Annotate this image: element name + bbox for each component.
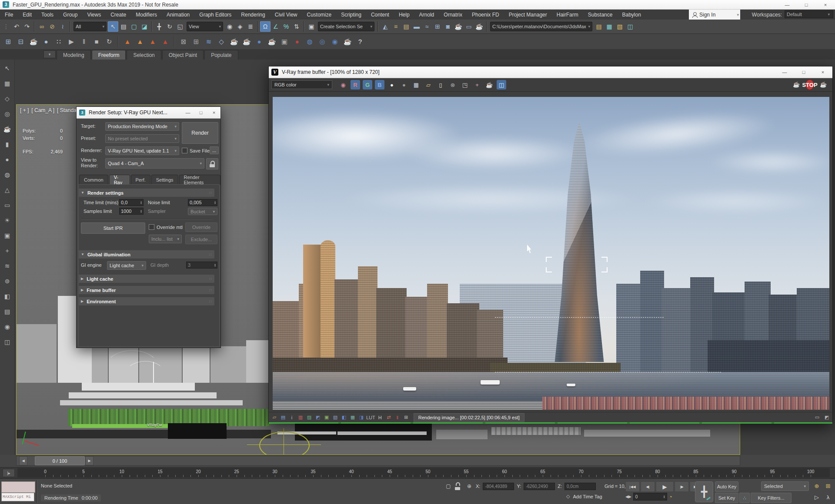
vray-denoiser-icon[interactable]: ◍▾ xyxy=(304,36,315,47)
menu-item[interactable]: Graph Editors xyxy=(194,10,236,20)
lut-icon[interactable]: LUT xyxy=(366,414,375,421)
snapshot-icon[interactable]: ⊟▾ xyxy=(15,36,27,47)
selection-region-icon[interactable]: ▢ xyxy=(444,482,452,490)
key-filter-icon[interactable]: ∴ xyxy=(739,493,750,503)
save-image-icon[interactable]: ▦ xyxy=(411,80,421,90)
menu-item[interactable]: Rendering xyxy=(236,10,270,20)
fov-icon[interactable]: ▷ xyxy=(812,492,822,502)
x-coordinate-field[interactable]: -804,49389 xyxy=(483,483,514,490)
frame-steppers-icon[interactable]: ◀▶ xyxy=(625,494,631,499)
collapsed-rollout[interactable]: ▶Environment ∷ xyxy=(78,297,214,305)
menu-item[interactable]: File xyxy=(0,10,18,20)
camera-icon[interactable]: ▣ xyxy=(2,230,13,241)
gi-engine-dropdown[interactable]: Light cache▾ xyxy=(107,261,146,270)
y-coordinate-field[interactable]: -6260,2490 xyxy=(524,483,555,490)
renderer-dropdown[interactable]: V-Ray GPU Next, update 1.1▾ xyxy=(105,146,179,155)
maxscript-listener-field[interactable]: MAXScript Mi xyxy=(1,493,34,501)
maximize-button[interactable]: □ xyxy=(797,0,816,9)
time-configuration-icon[interactable]: ◔ xyxy=(669,494,672,500)
torus-icon[interactable]: ◎ xyxy=(2,109,13,119)
ipr-render-icon[interactable]: ☕ xyxy=(484,80,494,90)
view-to-render-dropdown[interactable]: Quad 4 - Cam_A▾ xyxy=(105,158,204,169)
compare-horizontal-icon[interactable]: ⇄ xyxy=(385,414,393,421)
menu-item[interactable]: Customize xyxy=(302,10,337,20)
minimize-button[interactable]: — xyxy=(775,66,794,78)
menu-item[interactable]: Content xyxy=(366,10,394,20)
ribbon-tab[interactable]: Populate xyxy=(204,50,238,60)
spinner-snap-icon[interactable]: ⇅▾ xyxy=(291,21,302,32)
rendered-frame-window-icon[interactable]: ▭▾ xyxy=(464,21,474,32)
gi-depth-field[interactable]: 3 ▴▾ xyxy=(186,262,217,269)
load-image-icon[interactable]: ▱ xyxy=(424,80,433,90)
render-setup-titlebar[interactable]: 3 Render Setup: V-Ray GPU Next... — □ × xyxy=(77,107,220,119)
menu-item[interactable]: Edit xyxy=(18,10,37,20)
ribbon-tab[interactable]: Object Paint xyxy=(162,50,204,60)
pixel-grid-icon[interactable]: ⊞ xyxy=(402,414,410,421)
sampler-dropdown[interactable]: Bucket▾ xyxy=(188,208,217,215)
ribbon-collapse-icon[interactable]: ▾ xyxy=(43,50,56,58)
menu-item[interactable]: Substance xyxy=(583,10,618,20)
snaps-toggle-icon[interactable]: Ω▾ xyxy=(260,21,271,32)
white-balance-icon[interactable]: ▦ xyxy=(349,414,357,421)
zoom-icon[interactable]: ⊕ xyxy=(812,481,822,491)
menu-item[interactable]: Babylon xyxy=(617,10,645,20)
checkbox[interactable] xyxy=(149,224,154,230)
plane-icon[interactable]: ▣▾ xyxy=(279,36,290,47)
layer-manager-icon[interactable]: ▤▾ xyxy=(401,21,411,32)
phoenix-fire-icon[interactable]: ▲▾ xyxy=(122,36,133,47)
plane-primitive-icon[interactable]: ▭ xyxy=(2,200,13,210)
green-channel-icon[interactable]: G xyxy=(363,80,372,90)
mono-channel-icon[interactable]: ● xyxy=(387,80,397,90)
select-tool-icon[interactable]: ↖ xyxy=(2,63,13,73)
render-teapot-icon[interactable]: ☕▾ xyxy=(28,36,39,47)
box-primitive-icon[interactable]: ▦ xyxy=(2,78,13,89)
close-button[interactable]: × xyxy=(816,0,835,9)
menu-item[interactable]: Civil View xyxy=(270,10,302,20)
phoenix-flame-icon[interactable]: ▲▾ xyxy=(134,36,146,47)
menu-item[interactable]: Group xyxy=(58,10,82,20)
palette-icon[interactable]: ◩ xyxy=(314,414,322,421)
redo-button[interactable]: ↷▾ xyxy=(22,21,32,32)
image-icon[interactable]: ▣ xyxy=(323,414,331,421)
keyboard-shortcut-override-icon[interactable]: ≣▾ xyxy=(245,21,256,32)
zoom-all-icon[interactable]: ⊞ xyxy=(823,481,833,491)
expand-status-icon[interactable]: ◩ xyxy=(823,414,831,421)
red-sphere-icon[interactable]: ●▾ xyxy=(291,36,303,47)
global-illumination-rollout[interactable]: ▼Global illumination ∷ xyxy=(78,250,214,259)
menu-item[interactable]: Help xyxy=(394,10,414,20)
select-object-icon[interactable]: ↖▾ xyxy=(108,21,118,32)
render-production-icon[interactable]: ☕▾ xyxy=(474,21,484,32)
ribbon-tab[interactable]: Freeform xyxy=(92,50,126,60)
toolbar-handle[interactable]: ⋮▾ xyxy=(1,21,11,32)
render-setup-tab[interactable]: Render Elements xyxy=(179,175,220,185)
color-corrections-icon[interactable]: ◉ xyxy=(338,80,348,90)
render-button[interactable]: Render xyxy=(182,122,218,144)
next-frame-step[interactable]: ▶ xyxy=(85,456,94,465)
window-crossing-icon[interactable]: ◪▾ xyxy=(139,21,150,32)
named-selection-set-dropdown[interactable]: Create Selection Se▾ xyxy=(318,22,374,31)
render-setup-tab[interactable]: Settings xyxy=(151,175,178,185)
help-icon[interactable]: ?▾ xyxy=(354,36,366,47)
play-icon[interactable]: ▶▾ xyxy=(66,36,77,47)
alpha-channel-icon[interactable]: ● xyxy=(399,80,409,90)
override-button[interactable]: Override xyxy=(185,222,217,232)
system-icon[interactable]: ⊚ xyxy=(2,276,13,286)
channel-dropdown[interactable]: RGB color▾ xyxy=(271,80,332,89)
reference-coordinate-dropdown[interactable]: View▾ xyxy=(187,22,223,31)
render-setup-tab[interactable]: Perf. xyxy=(131,175,150,185)
layers-icon[interactable]: ▤ xyxy=(279,414,287,421)
viewport-menu-general[interactable]: [ + ] xyxy=(20,107,29,113)
info-icon[interactable]: i xyxy=(288,414,296,421)
absolute-mode-icon[interactable]: ⊕ xyxy=(465,482,473,490)
stop-bars-icon[interactable]: ‖ xyxy=(394,414,401,421)
close-button[interactable]: × xyxy=(813,66,832,78)
vray-teapot-icon[interactable]: ☕▾ xyxy=(228,36,240,47)
menu-item[interactable]: Tools xyxy=(37,10,58,20)
schematic-view-icon[interactable]: ⊞▾ xyxy=(432,21,443,32)
show-stamp-icon[interactable]: ▭ xyxy=(813,414,821,421)
ab-compare-icon[interactable]: ◫ xyxy=(497,80,506,90)
modify-panel-icon[interactable]: ◧ xyxy=(2,291,13,302)
vray-lens-icon[interactable]: ◎▾ xyxy=(317,36,328,47)
pause-icon[interactable]: ‖▾ xyxy=(78,36,90,47)
exclude-button[interactable]: Exclude... xyxy=(185,235,217,244)
